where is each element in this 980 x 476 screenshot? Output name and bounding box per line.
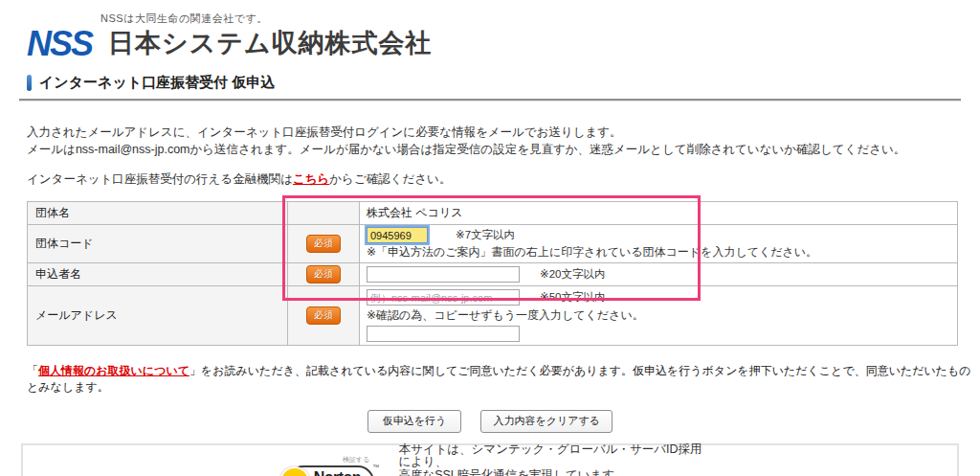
group-code-input[interactable]: [367, 227, 428, 243]
security-line: により、: [398, 456, 702, 468]
header-tagline: NSSは大同生命の関連会社です。: [100, 11, 980, 26]
group-code-cell: ※7文字以内 ※「申込方法のご案内」書面の右上に印字されている団体コードを入力し…: [360, 225, 958, 263]
seal-verify-label: 検証する: [278, 455, 383, 465]
submit-application-button[interactable]: 仮申込を行う: [368, 410, 461, 433]
email-cell: ※50文字以内 ※確認の為、コピーせずもう一度入力してください。: [360, 286, 958, 346]
applicant-note: ※20文字以内: [540, 267, 605, 282]
company-label: 団体名: [28, 202, 288, 225]
email-input[interactable]: [367, 289, 520, 306]
group-code-required-cell: 必須: [288, 225, 360, 263]
applicant-label: 申込者名: [28, 263, 288, 286]
application-form-table: 団体名 株式会社 ペコリス 団体コード 必須 ※7文字以内 ※「申込方法のご案内…: [27, 201, 958, 346]
group-code-label: 団体コード: [28, 225, 288, 263]
privacy-policy-link[interactable]: 個人情報のお取扱いについて: [38, 364, 189, 377]
email-confirm-hint: ※確認の為、コピーせずもう一度入力してください。: [367, 307, 950, 324]
security-info-box: 検証する ✔ Norton SECURED ™ powered by digic…: [21, 443, 959, 476]
consent-text: 「個人情報のお取扱いについて」をお読みいただき、記載されている内容に関してご同意…: [27, 363, 980, 396]
title-marker-icon: [27, 75, 32, 91]
bank-list-link[interactable]: こちら: [293, 172, 329, 186]
group-code-note: ※7文字以内: [456, 228, 515, 242]
security-line: 本サイトは、シマンテック・グローバル・サーバID採用: [398, 443, 702, 456]
page: NSSは大同生命の関連会社です。 NSS 日本システム収納株式会社 インターネッ…: [0, 0, 980, 476]
required-badge: 必須: [306, 265, 341, 283]
table-row-group-code: 団体コード 必須 ※7文字以内 ※「申込方法のご案内」書面の右上に印字されている…: [28, 225, 958, 263]
consent-open-bracket: 「: [27, 364, 38, 377]
required-badge: 必須: [306, 306, 341, 325]
check-icon: ✔: [279, 466, 310, 476]
intro-line-2: メールはnss-mail@nss-jp.comから送信されます。メールが届かない…: [27, 141, 980, 158]
applicant-cell: ※20文字以内: [360, 263, 958, 286]
company-value: 株式会社 ペコリス: [360, 202, 958, 225]
required-badge: 必須: [306, 235, 341, 253]
applicant-required-cell: 必須: [288, 263, 360, 286]
email-label: メールアドレス: [28, 286, 288, 346]
clear-input-button[interactable]: 入力内容をクリアする: [480, 410, 612, 433]
applicant-field-line: ※20文字以内: [367, 266, 950, 283]
table-row-applicant: 申込者名 必須 ※20文字以内: [28, 263, 958, 286]
site-header: NSSは大同生命の関連会社です。 NSS 日本システム収納株式会社: [0, 0, 980, 61]
bank-info-line: インターネット口座振替受付の行える金融機関はこちらからご確認ください。: [27, 171, 980, 188]
trademark-symbol: ™: [372, 464, 379, 470]
email-note: ※50文字以内: [540, 290, 605, 305]
table-row-company: 団体名 株式会社 ペコリス: [28, 202, 958, 225]
security-line: 高度なSSL暗号化通信を実現しています。: [398, 469, 702, 476]
company-required-cell: [288, 202, 360, 225]
norton-brand-label: Norton: [314, 470, 361, 476]
header-logo-row: NSS 日本システム収納株式会社: [27, 27, 980, 61]
email-field-line: ※50文字以内: [367, 289, 950, 306]
security-description: 本サイトは、シマンテック・グローバル・サーバID採用 により、 高度なSSL暗号…: [398, 443, 702, 476]
nss-logo: NSS: [27, 27, 92, 61]
email-field-stack: ※50文字以内 ※確認の為、コピーせずもう一度入力してください。: [367, 288, 950, 343]
bank-line-prefix: インターネット口座振替受付の行える金融機関は: [27, 172, 293, 186]
intro-text: 入力されたメールアドレスに、インターネット口座振替受付ログインに必要な情報をメー…: [27, 124, 980, 158]
page-title: インターネット口座振替受付 仮申込: [39, 74, 275, 92]
applicant-name-input[interactable]: [367, 266, 520, 283]
email-required-cell: 必須: [288, 286, 360, 346]
intro-line-1: 入力されたメールアドレスに、インターネット口座振替受付ログインに必要な情報をメー…: [27, 124, 980, 141]
group-code-hint: ※「申込方法のご案内」書面の右上に印字されている団体コードを入力してください。: [367, 244, 950, 261]
bank-line-suffix: からご確認ください。: [329, 172, 451, 186]
company-name: 日本システム収納株式会社: [108, 30, 433, 58]
norton-seal-pill: ✔ Norton SECURED ™: [287, 465, 374, 476]
email-confirm-input[interactable]: [367, 326, 520, 342]
group-code-field-line: ※7文字以内: [367, 227, 950, 243]
page-title-bar: インターネット口座振替受付 仮申込: [19, 74, 961, 101]
norton-secured-seal[interactable]: 検証する ✔ Norton SECURED ™ powered by digic…: [278, 455, 383, 476]
table-row-email: メールアドレス 必須 ※50文字以内 ※確認の為、コピーせずもう一度入力してくだ…: [28, 286, 958, 346]
button-row: 仮申込を行う 入力内容をクリアする: [0, 410, 980, 433]
